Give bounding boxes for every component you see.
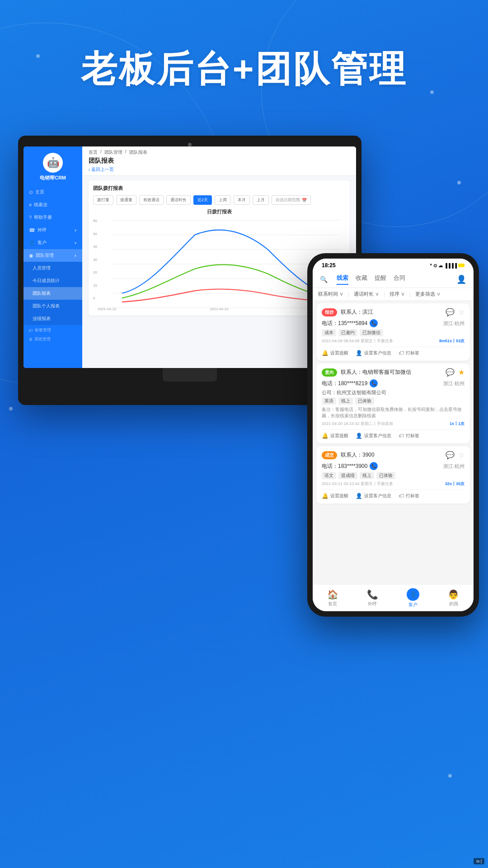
- bottom-nav-mine[interactable]: 👨 的我: [448, 589, 459, 607]
- action-set-reminder-1[interactable]: 🔔 设置提醒: [322, 350, 348, 356]
- bottom-nav-customer[interactable]: 👤 客户: [407, 588, 419, 608]
- contact-actions-3: 🔔 设置提醒 👤 设置客户信息 🏷 打标签: [322, 490, 465, 499]
- deco-dot: [457, 181, 461, 184]
- tab-reminders[interactable]: 提醒: [375, 274, 386, 285]
- title-section: 老板后台+团队管理: [0, 0, 488, 94]
- nav-customer-label: 客户: [38, 240, 47, 246]
- tags-icon: 🏷: [29, 328, 33, 333]
- contact-phone-1: 电话：135****5894 📞: [322, 319, 378, 327]
- filter-dial[interactable]: 拨打量: [93, 195, 113, 205]
- nav-team-report[interactable]: 团队报表: [23, 287, 82, 300]
- nav-individual-report-label: 团队个人报表: [33, 303, 60, 309]
- search-icon[interactable]: 🔍: [320, 276, 328, 283]
- contact-meta-2: 2021-04-20 18:24:32 星期二丨手动添加 1s丨1次: [322, 421, 465, 427]
- nav-daily-stats[interactable]: 今日成员统计: [23, 274, 82, 287]
- tag-performance: 提成绩: [338, 472, 357, 479]
- call-icon: ☎: [29, 227, 35, 233]
- contact-actions-1: 🔔 设置提醒 👤 设置客户信息 🏷 打标签: [322, 347, 465, 356]
- nav-system-label: 系统管理: [34, 336, 51, 342]
- contact-phone-3: 电话：183****3900 📞: [322, 462, 378, 470]
- filter-effective[interactable]: 有效通话: [139, 195, 164, 205]
- filter-more[interactable]: 更多筛选 ∨: [415, 291, 441, 297]
- tag-cost: 成本: [322, 329, 336, 336]
- bottom-nav-call[interactable]: 📞 外呼: [367, 589, 378, 607]
- filter-row: 拨打量 接通量 有效通话 通话时长 近2天 上周 本月 上月 自选日期范围 📅: [93, 195, 345, 205]
- breadcrumb-report[interactable]: 团队报表: [129, 149, 147, 156]
- nav-personnel[interactable]: 人员管理: [23, 262, 82, 274]
- nav-help[interactable]: ? 帮助手册: [23, 211, 82, 224]
- breadcrumb-team[interactable]: 团队管理: [104, 149, 122, 156]
- nav-individual-report[interactable]: 团队个人报表: [23, 300, 82, 312]
- status-icons: * ⊙ ☁ ▐▐▐▐: [430, 263, 465, 268]
- action-tag-2[interactable]: 🏷 打标签: [399, 433, 419, 439]
- contact-name-3: 联系人：3900: [341, 451, 442, 459]
- call-nav-icon: 📞: [367, 589, 378, 600]
- action-set-info-3[interactable]: 👤 设置客户信息: [356, 493, 391, 499]
- call-icon-2[interactable]: 📞: [370, 379, 378, 387]
- contact-name-2: 联系人：电销帮客服可加微信: [341, 368, 442, 376]
- nav-call[interactable]: ☎ 外呼 ∨: [23, 224, 82, 236]
- filter-lastmonth[interactable]: 上月: [253, 195, 269, 205]
- tab-contracts[interactable]: 合同: [394, 274, 405, 285]
- action-set-reminder-3[interactable]: 🔔 设置提醒: [322, 493, 348, 499]
- nav-team[interactable]: ◉ 团队管理 ∧: [23, 249, 82, 262]
- breadcrumb-home[interactable]: 首页: [89, 149, 98, 156]
- nav-performance[interactable]: 业绩报表: [23, 312, 82, 325]
- status-time: 18:25: [322, 262, 336, 269]
- filter-duration[interactable]: 通话时长: [166, 195, 191, 205]
- battery-icon: ▐▐▐▐: [444, 263, 457, 268]
- home-nav-icon: 🏠: [327, 589, 338, 600]
- crm-topbar: 首页 / 团队管理 / 团队报表 团队报表 ‹ 返回上一页: [82, 146, 356, 176]
- filter-thismonth[interactable]: 本月: [234, 195, 250, 205]
- filter-connect[interactable]: 接通量: [116, 195, 136, 205]
- contact-actions-2: 🔔 设置提醒 👤 设置客户信息 🏷 打标签: [322, 429, 465, 439]
- bottom-nav-home[interactable]: 🏠 首页: [327, 589, 338, 607]
- action-set-info-2[interactable]: 👤 设置客户信息: [356, 433, 391, 439]
- phone-screen: 18:25 * ⊙ ☁ ▐▐▐▐ 🔍 线索 收藏 提醒 合同 👤: [313, 259, 474, 611]
- star-icon-2[interactable]: ★: [458, 368, 465, 377]
- tab-favorites[interactable]: 收藏: [356, 274, 367, 285]
- person-icon-2: 👤: [356, 433, 362, 439]
- tag-trial: 已体验: [355, 397, 374, 405]
- phone-nav-tabs: 线索 收藏 提醒 合同: [337, 274, 447, 285]
- wifi-icon: ⊙: [433, 263, 437, 268]
- filter-2days[interactable]: 近2天: [193, 195, 212, 205]
- filter-sort[interactable]: 排序 ∨: [389, 291, 405, 297]
- reminder-icon-2: 🔔: [322, 433, 328, 439]
- filter-contact-time[interactable]: 联系时间 ∨: [318, 291, 343, 297]
- contact-company-2: 公司：杭州艾达智能有限公司: [322, 389, 465, 396]
- action-tag-3[interactable]: 🏷 打标签: [399, 493, 419, 499]
- star-icon-1[interactable]: ☆: [458, 308, 465, 316]
- action-set-reminder-2[interactable]: 🔔 设置提醒: [322, 433, 348, 439]
- contact-tags-1: 成本 已邀约 已加微信: [322, 329, 465, 336]
- nav-leads[interactable]: ≡ 线索业: [23, 198, 82, 211]
- wechat-icon-2[interactable]: 💬: [446, 368, 455, 377]
- back-link[interactable]: ‹ 返回上一页: [89, 166, 350, 173]
- call-icon-3[interactable]: 📞: [370, 462, 378, 470]
- tab-leads[interactable]: 线索: [337, 274, 348, 285]
- date-range-input[interactable]: 自选日期范围 📅: [272, 195, 311, 205]
- action-info-label: 设置客户信息: [364, 350, 391, 356]
- user-avatar-icon[interactable]: 👤: [456, 274, 466, 284]
- reminder-icon-3: 🔔: [322, 493, 328, 499]
- chevron-icon: ∨: [74, 228, 77, 232]
- tag-icon-3: 🏷: [399, 493, 404, 499]
- main-title: 老板后台+团队管理: [0, 45, 488, 94]
- phone-mockup: 18:25 * ⊙ ☁ ▐▐▐▐ 🔍 线索 收藏 提醒 合同 👤: [307, 253, 479, 617]
- nav-customer[interactable]: 👤 客户 ∨: [23, 236, 82, 249]
- action-reminder-label: 设置提醒: [330, 350, 348, 356]
- action-tag-1[interactable]: 🏷 打标签: [399, 350, 419, 356]
- badge-baojia: 报价: [322, 308, 337, 316]
- filter-call-duration[interactable]: 通话时长 ∨: [354, 291, 379, 297]
- wechat-icon-3[interactable]: 💬: [446, 451, 455, 459]
- nav-home[interactable]: ⊙ 主页: [23, 186, 82, 198]
- nav-personnel-label: 人员管理: [33, 265, 51, 271]
- contact-location-2: 浙江·杭州: [443, 380, 465, 387]
- star-icon-3[interactable]: ☆: [458, 451, 465, 459]
- wechat-icon-1[interactable]: 💬: [446, 308, 455, 316]
- contact-card: 报价 联系人：滨江 💬 ☆ 电话：135****5894 📞 浙江·杭州 成本: [316, 303, 470, 361]
- filter-lastweek[interactable]: 上周: [215, 195, 231, 205]
- action-set-info-1[interactable]: 👤 设置客户信息: [356, 350, 391, 356]
- contact-location-3: 浙江·杭州: [443, 463, 465, 470]
- call-icon-1[interactable]: 📞: [370, 319, 378, 327]
